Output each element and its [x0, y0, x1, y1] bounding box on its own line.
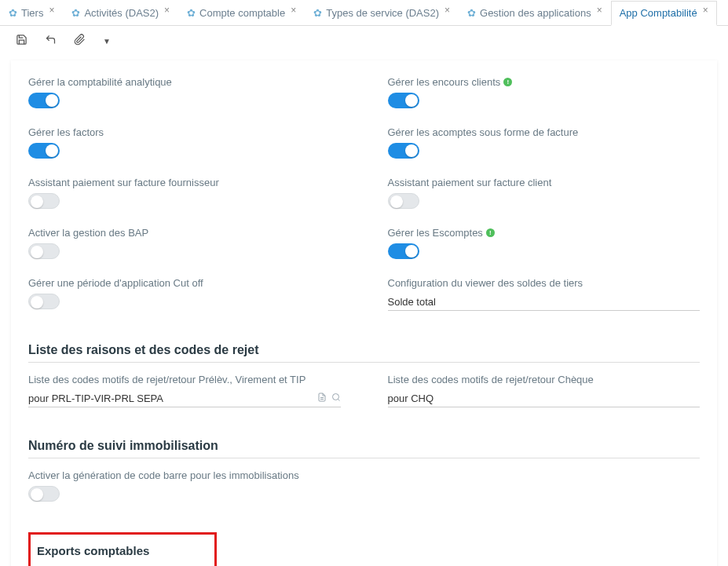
gear-icon: ✿ — [467, 7, 476, 19]
close-icon[interactable]: × — [444, 5, 450, 16]
tab-label: Tiers — [21, 7, 43, 19]
rejet-prl-input[interactable]: pour PRL-TIP-VIR-PRL SEPA — [28, 390, 341, 407]
search-icon[interactable] — [331, 393, 341, 404]
tab-tiers[interactable]: ✿ Tiers × — [0, 0, 63, 25]
gear-icon: ✿ — [187, 7, 196, 19]
close-icon[interactable]: × — [291, 5, 296, 16]
tab-label: Activités (DAS2) — [84, 7, 159, 19]
attachment-icon[interactable] — [74, 34, 86, 48]
input-value: pour CHQ — [388, 393, 434, 404]
rejet-chq-input[interactable]: pour CHQ — [388, 390, 701, 407]
field-label: Liste des codes motifs de rejet/retour C… — [388, 374, 701, 385]
settings-panel: Gérer la comptabilité analytique Gérer l… — [11, 60, 717, 566]
toggle-factors[interactable] — [28, 143, 60, 159]
field-label: Activer la gestion des BAP — [28, 227, 341, 239]
field-label: Liste des codes motifs de rejet/retour P… — [28, 374, 341, 385]
field-label: Assistant paiement sur facture fournisse… — [28, 177, 341, 188]
toggle-escomptes[interactable] — [388, 243, 419, 259]
close-icon[interactable]: × — [164, 5, 170, 16]
gear-icon: ✿ — [9, 7, 17, 19]
toggle-barcode[interactable] — [28, 486, 60, 502]
field-label: Assistant paiement sur facture client — [388, 177, 701, 188]
gear-icon: ✿ — [313, 7, 322, 19]
section-rejet-header: Liste des raisons et des codes de rejet — [28, 338, 700, 363]
tab-types-service[interactable]: ✿ Types de service (DAS2) × — [305, 0, 459, 25]
save-icon[interactable] — [16, 34, 27, 48]
tab-label: Types de service (DAS2) — [326, 7, 439, 19]
select-value: Solde total — [388, 296, 436, 308]
tab-label: App Comptabilité — [620, 7, 697, 19]
tab-compte[interactable]: ✿ Compte comptable × — [178, 0, 305, 25]
toggle-bap[interactable] — [28, 243, 60, 259]
dropdown-caret-icon[interactable]: ▼ — [103, 37, 111, 46]
svg-point-2 — [332, 394, 338, 400]
field-label: Gérer les factors — [28, 126, 341, 138]
close-icon[interactable]: × — [597, 5, 602, 16]
toggle-acomptes[interactable] — [388, 143, 419, 159]
label-text: Gérer les encours clients — [388, 76, 501, 88]
tab-label: Gestion des applications — [480, 7, 591, 19]
section-immo-header: Numéro de suivi immobilisation — [28, 434, 700, 458]
info-icon[interactable]: ! — [503, 78, 512, 86]
tab-gestion-apps[interactable]: ✿ Gestion des applications × — [459, 0, 611, 25]
toggle-assist-supplier[interactable] — [28, 193, 60, 209]
tab-app-comptabilite[interactable]: App Comptabilité × — [611, 1, 717, 26]
toggle-assist-client[interactable] — [388, 193, 419, 209]
toolbar: ▼ — [0, 26, 728, 56]
field-label: Gérer la comptabilité analytique — [28, 76, 341, 88]
close-icon[interactable]: × — [49, 5, 54, 16]
toggle-cutoff[interactable] — [28, 294, 60, 309]
undo-icon[interactable] — [45, 34, 57, 48]
svg-line-3 — [338, 399, 339, 400]
field-label: Gérer les acomptes sous forme de facture — [388, 126, 701, 138]
tab-bar: ✿ Tiers × ✿ Activités (DAS2) × ✿ Compte … — [0, 0, 728, 26]
gear-icon: ✿ — [71, 7, 80, 19]
field-label: Gérer une période d'application Cut off — [28, 277, 341, 289]
info-icon[interactable]: ! — [486, 228, 495, 237]
toggle-analytic[interactable] — [28, 93, 60, 108]
field-label: Gérer les Escomptes ! — [388, 227, 701, 239]
close-icon[interactable]: × — [703, 5, 708, 16]
section-export-header: Exports comptables — [37, 539, 208, 561]
tab-label: Compte comptable — [199, 7, 285, 19]
toggle-encours[interactable] — [388, 93, 419, 108]
exports-comptables-highlight: Exports comptables Version en cours de l… — [28, 532, 217, 566]
label-text: Gérer les Escomptes — [388, 227, 483, 239]
input-value: pour PRL-TIP-VIR-PRL SEPA — [28, 393, 163, 404]
field-label: Configuration du viewer des soldes de ti… — [388, 277, 701, 289]
tab-activites[interactable]: ✿ Activités (DAS2) × — [63, 0, 178, 25]
field-label: Activer la génération de code barre pour… — [28, 469, 700, 481]
field-label: Gérer les encours clients ! — [388, 76, 701, 88]
viewer-select[interactable]: Solde total — [388, 294, 701, 311]
document-icon[interactable] — [317, 393, 327, 404]
